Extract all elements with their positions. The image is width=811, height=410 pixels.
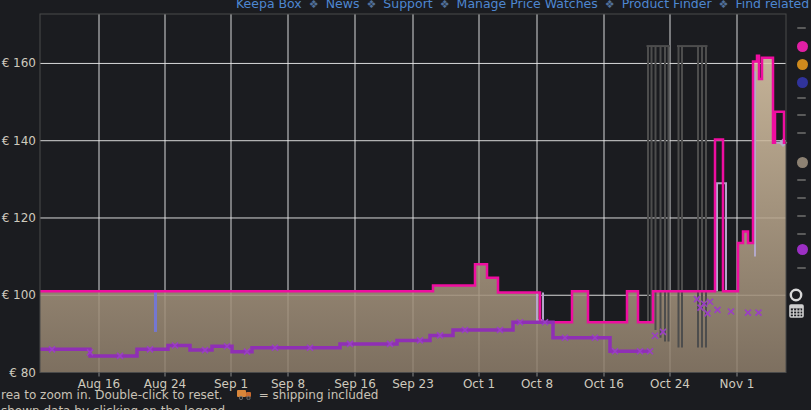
legend-dash[interactable] — [797, 114, 806, 116]
legend-dash[interactable] — [797, 197, 806, 199]
x-axis-label: Nov 1 — [702, 377, 772, 391]
legend-dash[interactable] — [797, 97, 806, 99]
legend-magenta-series-dot[interactable] — [797, 41, 808, 52]
lavender-price-line — [717, 183, 726, 291]
y-axis-label: € 100 — [0, 288, 36, 302]
legend-dash[interactable] — [797, 27, 806, 29]
legend-dash[interactable] — [797, 215, 806, 217]
price-history-chart[interactable] — [0, 0, 811, 410]
legend-dash[interactable] — [797, 233, 806, 235]
legend-dash[interactable] — [797, 267, 806, 269]
legend-dash[interactable] — [797, 179, 806, 181]
zoom-hint-text: rea to zoom in. Double-click to reset. — [1, 388, 223, 402]
legend-dash[interactable] — [797, 132, 806, 134]
x-axis-label: Oct 8 — [502, 377, 572, 391]
legend-orange-series-dot[interactable] — [797, 59, 808, 70]
legend-navy-series-dot[interactable] — [797, 77, 808, 88]
footer-hint: rea to zoom in. Double-click to reset.= … — [1, 388, 378, 403]
y-axis-label: € 160 — [0, 56, 36, 70]
keepa-price-chart-app: Keepa Box❖News❖Support❖Manage Price Watc… — [0, 0, 811, 410]
shipping-note-text: = shipping included — [259, 388, 379, 402]
legend-grey-series-dot[interactable] — [797, 157, 808, 168]
y-axis-label: € 140 — [0, 134, 36, 148]
truck-icon — [237, 389, 253, 403]
chart-legend — [786, 0, 811, 410]
calendar-icon[interactable] — [789, 303, 804, 322]
legend-purple-series-dot[interactable] — [797, 244, 808, 255]
y-axis-label: € 80 — [0, 366, 36, 380]
x-axis-label: Oct 16 — [569, 377, 639, 391]
x-axis-label: Sep 23 — [378, 377, 448, 391]
y-axis-label: € 120 — [0, 211, 36, 225]
x-axis-label: Oct 24 — [635, 377, 705, 391]
legend-hint-text: shown data by clicking on the legend. — [1, 404, 229, 410]
